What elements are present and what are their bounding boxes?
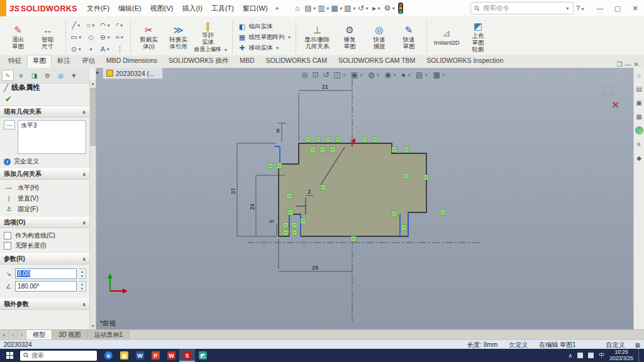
- surface-offset-button[interactable]: 曲面上偏移▼: [193, 46, 229, 54]
- view-settings-icon[interactable]: ▦▼: [433, 70, 445, 79]
- design-library-icon[interactable]: ▤: [635, 85, 643, 93]
- dimension-value[interactable]: 29: [312, 265, 318, 271]
- scroll-up-icon[interactable]: ▲: [90, 80, 96, 87]
- options-icon[interactable]: ⚙▼: [384, 2, 396, 14]
- new-document-icon[interactable]: ▤▼: [304, 2, 317, 14]
- tray-language-indicator[interactable]: 中: [599, 351, 604, 359]
- display-manager-tab[interactable]: ◨: [28, 70, 40, 81]
- spin-down-icon[interactable]: ▼: [80, 274, 84, 278]
- display-style-icon[interactable]: ◍▼: [368, 70, 380, 79]
- section-view-icon[interactable]: ◫▼: [334, 70, 347, 79]
- dimxpert-tab[interactable]: ⚙: [42, 70, 53, 81]
- length-parameter-spinner[interactable]: ▲▼: [79, 268, 86, 279]
- line-tool[interactable]: ╱▼: [69, 19, 84, 31]
- file-explorer-app-icon[interactable]: ▣: [116, 349, 132, 362]
- notification-edge[interactable]: [638, 349, 642, 362]
- linear-pattern-button[interactable]: ▦ 线性草图阵列▼: [236, 32, 292, 43]
- edit-appearance-icon[interactable]: ●▼: [401, 70, 411, 79]
- solidworks-app-icon[interactable]: S: [179, 349, 195, 362]
- options-header[interactable]: 选项(O)∧: [0, 217, 90, 228]
- dimension-value[interactable]: 2: [308, 189, 311, 195]
- property-manager-tab[interactable]: ✎: [2, 70, 14, 81]
- relation-item[interactable]: 水平3: [18, 121, 86, 131]
- construction-line-tool[interactable]: ⋮: [113, 43, 127, 55]
- shaded-sketch-contours-button[interactable]: ◩ 上色 草图 轮廓: [463, 19, 492, 55]
- dimension-value[interactable]: 24: [249, 204, 255, 210]
- instant2d-button[interactable]: ⊿ Instant2D: [430, 19, 463, 55]
- minimize-button[interactable]: —: [591, 1, 609, 16]
- custom-properties-icon[interactable]: ≡: [635, 140, 643, 148]
- taskbar-search[interactable]: 搜索: [20, 351, 97, 361]
- option-作为构造线(C)[interactable]: 作为构造线(C): [4, 231, 86, 241]
- relations-listbox[interactable]: 水平3: [18, 120, 86, 154]
- graphics-viewport[interactable]: ▸ 20230324 (... ◎⊡↺◫▼▣▼◍▼◉▼●▼▤▼▦▼ 218372…: [96, 68, 633, 329]
- exit-sketch-button[interactable]: ✎ 退出 草图: [3, 19, 33, 55]
- flyout-tree-arrow-icon[interactable]: ▸: [96, 69, 99, 75]
- quick-snaps-button[interactable]: ◎ 快速 捕捉: [364, 19, 394, 55]
- ellipse-tool[interactable]: ⊙▼: [69, 43, 84, 55]
- browser-app-icon[interactable]: e: [101, 349, 116, 362]
- rectangle-tool[interactable]: ▭▼: [69, 31, 84, 43]
- menu-编辑(E)[interactable]: 编辑(E): [114, 4, 146, 13]
- zoom-area-icon[interactable]: ⊡: [312, 70, 318, 79]
- display-delete-relations-button[interactable]: ⊥ 显示/删除 几何关系: [299, 19, 335, 55]
- status-units[interactable]: 自定义: [606, 341, 625, 349]
- maximize-button[interactable]: ▢: [609, 1, 626, 16]
- model-tab-运动算例1[interactable]: 运动算例1: [88, 330, 130, 340]
- polygon-tool[interactable]: ◇: [84, 31, 98, 43]
- search-caret-icon[interactable]: ▼: [565, 6, 570, 11]
- menu-窗口(W)[interactable]: 窗口(W): [238, 4, 272, 13]
- tray-network-icon[interactable]: [577, 353, 583, 358]
- powerpoint-app-icon[interactable]: P: [148, 349, 164, 362]
- panel-scrollbar[interactable]: ▲ ▼: [89, 80, 96, 329]
- angle-parameter-spinner[interactable]: ▲▼: [79, 281, 86, 292]
- convert-entities-button[interactable]: ≫ 转换实 体引用: [164, 19, 193, 55]
- close-button[interactable]: ✕: [626, 1, 644, 16]
- appearances-icon[interactable]: [635, 126, 643, 134]
- menu-文件(F)[interactable]: 文件(F): [82, 4, 114, 13]
- smart-dimension-button[interactable]: ↔ 智能 尺寸: [33, 19, 62, 55]
- view-orientation-icon[interactable]: ▣▼: [351, 70, 364, 79]
- doc-restore-icon[interactable]: ❐: [617, 61, 623, 68]
- model-tab-3D 视图[interactable]: 3D 视图: [52, 330, 88, 340]
- tab-特征[interactable]: 特征: [3, 55, 27, 68]
- extra-parameters-header[interactable]: 额外参数∧: [0, 299, 90, 310]
- scroll-down-icon[interactable]: ▼: [90, 323, 96, 329]
- wps-app-icon[interactable]: W: [164, 349, 179, 362]
- add-relation-水平(H)[interactable]: —水平(H): [4, 182, 86, 193]
- appearance-tab[interactable]: ◎: [55, 70, 67, 81]
- rebuild-traffic-light-icon[interactable]: [398, 3, 403, 14]
- save-icon[interactable]: ▦▼: [331, 2, 343, 14]
- text-tool[interactable]: A▼: [98, 43, 113, 55]
- tab-scroll-first-icon[interactable]: «: [0, 330, 9, 340]
- length-parameter-field[interactable]: 8.00: [15, 268, 77, 279]
- tab-评估[interactable]: 评估: [76, 55, 101, 68]
- document-tab[interactable]: 20230324 (...: [103, 68, 163, 79]
- zoom-fit-icon[interactable]: ◎: [301, 70, 308, 79]
- dimension-value[interactable]: 8: [276, 128, 279, 134]
- circle-tool[interactable]: ○▼: [84, 19, 98, 31]
- angle-parameter-field[interactable]: 180.00°: [15, 281, 77, 292]
- move-entities-button[interactable]: ✚ 移动实体▼: [236, 43, 292, 53]
- tab-scroll-right-icon[interactable]: ›: [18, 330, 26, 340]
- tray-expand-icon[interactable]: ∧: [569, 353, 573, 359]
- menu-插入(I)[interactable]: 插入(I): [177, 4, 206, 13]
- parameters-header[interactable]: 参数(R)∧: [0, 253, 90, 265]
- repair-sketch-button[interactable]: ⚙ 修复 草图: [335, 19, 364, 55]
- tray-volume-icon[interactable]: [588, 353, 594, 358]
- tab-MBD Dimensions[interactable]: MBD Dimensions: [101, 55, 163, 68]
- scroll-thumb[interactable]: [91, 88, 96, 146]
- tab-MBD[interactable]: MBD: [234, 55, 260, 68]
- spin-down-icon[interactable]: ▼: [80, 287, 84, 290]
- add-relation-竖直(V)[interactable]: ❘竖直(V): [4, 193, 86, 204]
- arc-tool[interactable]: ◠▼: [98, 19, 113, 31]
- hide-show-items-icon[interactable]: ◉▼: [384, 70, 396, 79]
- dimension-value[interactable]: 37: [230, 188, 236, 194]
- image-viewer-app-icon[interactable]: ◩: [195, 349, 211, 362]
- pin-icon[interactable]: ✦: [275, 5, 280, 12]
- cancel-sketch-icon[interactable]: ✕: [611, 99, 619, 111]
- doc-close-icon[interactable]: ✕: [634, 61, 639, 68]
- select-icon[interactable]: ▸▼: [370, 2, 383, 14]
- undo-icon[interactable]: ↺▼: [357, 2, 370, 14]
- resources-icon[interactable]: ⌂: [635, 71, 643, 79]
